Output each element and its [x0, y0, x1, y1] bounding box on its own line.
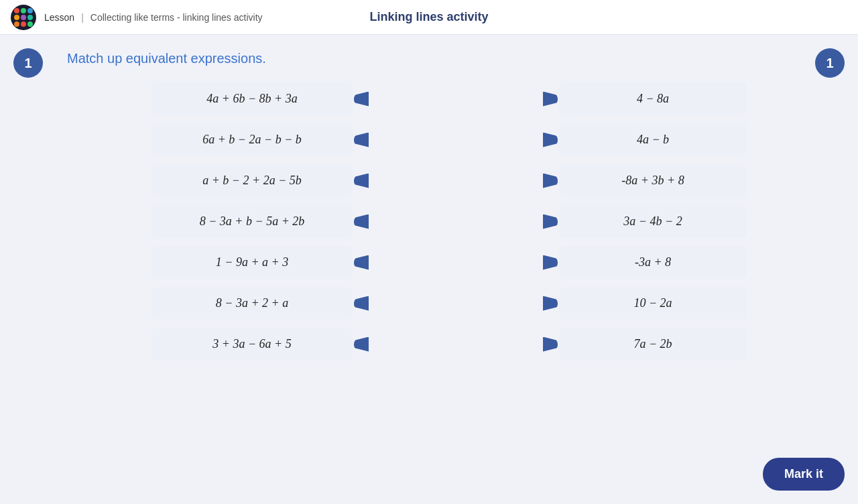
right-column: 4 − 8a 4a − b -8a + 3b + 8 3a − 4b − 2 -… [543, 82, 811, 361]
right-expr-4[interactable]: 3a − 4b − 2 [559, 205, 747, 238]
right-row-3: -8a + 3b + 8 [543, 164, 747, 197]
right-row-4: 3a − 4b − 2 [543, 205, 747, 238]
right-connector-5[interactable] [543, 255, 558, 270]
left-expr-1[interactable]: 4a + 6b − 8b + 3a [151, 82, 353, 115]
left-connector-5[interactable] [354, 255, 369, 270]
instruction-text: Match up equivalent expressions. [67, 51, 831, 66]
right-connector-7[interactable] [543, 337, 558, 352]
logo-dots [14, 8, 33, 27]
left-column: 4a + 6b − 8b + 3a 6a + b − 2a − b − b a … [47, 82, 369, 361]
header-sep: | [81, 12, 84, 23]
right-row-2: 4a − b [543, 123, 747, 156]
left-row-3: a + b − 2 + 2a − 5b [151, 164, 369, 197]
mark-it-button[interactable]: Mark it [763, 458, 845, 491]
dot-8 [21, 21, 26, 27]
right-row-7: 7a − 2b [543, 328, 747, 361]
right-connector-4[interactable] [543, 214, 558, 229]
dot-9 [27, 21, 33, 27]
left-row-7: 3 + 3a − 6a + 5 [151, 328, 369, 361]
right-connector-2[interactable] [543, 133, 558, 147]
left-row-5: 1 − 9a + a + 3 [151, 246, 369, 279]
question-number-badge: 1 [13, 48, 43, 78]
right-expr-5[interactable]: -3a + 8 [559, 246, 747, 279]
app-logo[interactable] [11, 5, 36, 30]
left-connector-1[interactable] [354, 92, 369, 107]
dot-1 [14, 8, 19, 13]
right-expr-3[interactable]: -8a + 3b + 8 [559, 164, 747, 197]
left-connector-4[interactable] [354, 214, 369, 229]
matching-area: 4a + 6b − 8b + 3a 6a + b − 2a − b − b a … [27, 82, 831, 361]
left-row-4: 8 − 3a + b − 5a + 2b [151, 205, 369, 238]
left-expr-4[interactable]: 8 − 3a + b − 5a + 2b [151, 205, 353, 238]
left-connector-7[interactable] [354, 337, 369, 352]
left-expr-3[interactable]: a + b − 2 + 2a − 5b [151, 164, 353, 197]
main-content: 1 1 Match up equivalent expressions. 4a … [0, 35, 858, 497]
right-row-5: -3a + 8 [543, 246, 747, 279]
left-expr-7[interactable]: 3 + 3a − 6a + 5 [151, 328, 353, 361]
dot-5 [21, 15, 26, 20]
right-expr-6[interactable]: 10 − 2a [559, 287, 747, 320]
left-expr-2[interactable]: 6a + b − 2a − b − b [151, 123, 353, 156]
breadcrumb[interactable]: Collecting like terms - linking lines ac… [90, 12, 263, 23]
left-connector-2[interactable] [354, 133, 369, 147]
header-nav: Lesson | Collecting like terms - linking… [44, 12, 263, 23]
right-connector-1[interactable] [543, 92, 558, 107]
question-number-badge-right: 1 [815, 48, 845, 78]
header: Lesson | Collecting like terms - linking… [0, 0, 858, 35]
right-connector-3[interactable] [543, 174, 558, 188]
left-connector-6[interactable] [354, 296, 369, 311]
left-expr-5[interactable]: 1 − 9a + a + 3 [151, 246, 353, 279]
right-connector-6[interactable] [543, 296, 558, 311]
right-expr-2[interactable]: 4a − b [559, 123, 747, 156]
right-row-6: 10 − 2a [543, 287, 747, 320]
dot-7 [14, 21, 19, 27]
left-expr-6[interactable]: 8 − 3a + 2 + a [151, 287, 353, 320]
left-row-6: 8 − 3a + 2 + a [151, 287, 369, 320]
dot-6 [27, 15, 33, 20]
left-connector-3[interactable] [354, 174, 369, 188]
dot-4 [14, 15, 19, 20]
right-row-1: 4 − 8a [543, 82, 747, 115]
left-row-1: 4a + 6b − 8b + 3a [151, 82, 369, 115]
dot-2 [21, 8, 26, 13]
page-title: Linking lines activity [356, 10, 501, 24]
right-expr-7[interactable]: 7a − 2b [559, 328, 747, 361]
dot-3 [27, 8, 33, 13]
left-row-2: 6a + b − 2a − b − b [151, 123, 369, 156]
lesson-label[interactable]: Lesson [44, 12, 74, 23]
right-expr-1[interactable]: 4 − 8a [559, 82, 747, 115]
